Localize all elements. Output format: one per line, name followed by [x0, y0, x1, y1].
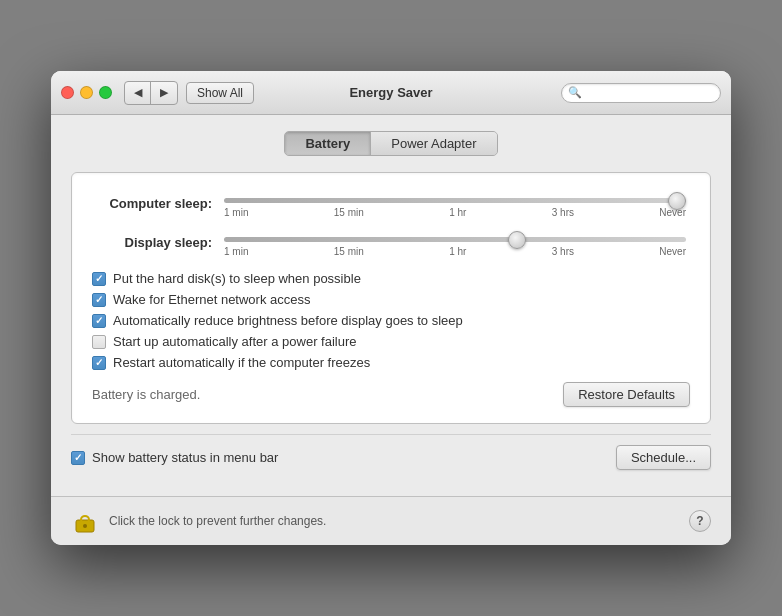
schedule-button[interactable]: Schedule... — [616, 445, 711, 470]
main-content: Battery Power Adapter Computer sleep: 1 … — [51, 115, 731, 496]
checkbox-wake-ethernet[interactable] — [92, 293, 106, 307]
search-icon: 🔍 — [568, 86, 582, 99]
traffic-lights — [61, 86, 112, 99]
tab-power-adapter[interactable]: Power Adapter — [371, 132, 496, 155]
computer-sleep-label: Computer sleep: — [92, 196, 212, 211]
checkbox-startup-power[interactable] — [92, 335, 106, 349]
forward-button[interactable]: ▶ — [151, 82, 177, 104]
label-auto-brightness: Automatically reduce brightness before d… — [113, 313, 463, 328]
checkbox-row-auto-brightness: Automatically reduce brightness before d… — [92, 313, 690, 328]
nav-buttons: ◀ ▶ — [124, 81, 178, 105]
show-all-button[interactable]: Show All — [186, 82, 254, 104]
tab-group: Battery Power Adapter — [284, 131, 497, 156]
checkbox-row-restart-freeze: Restart automatically if the computer fr… — [92, 355, 690, 370]
label-startup-power: Start up automatically after a power fai… — [113, 334, 357, 349]
mark2-never: Never — [659, 246, 686, 257]
window: ◀ ▶ Show All Energy Saver 🔍 Battery Powe… — [51, 71, 731, 545]
checkboxes-section: Put the hard disk(s) to sleep when possi… — [92, 271, 690, 370]
label-wake-ethernet: Wake for Ethernet network access — [113, 292, 311, 307]
mark-1min: 1 min — [224, 207, 248, 218]
search-box: 🔍 — [561, 83, 721, 103]
mark-never: Never — [659, 207, 686, 218]
checkbox-auto-brightness[interactable] — [92, 314, 106, 328]
computer-sleep-slider-wrapper: 1 min 15 min 1 hr 3 hrs Never — [224, 189, 690, 218]
window-title: Energy Saver — [349, 85, 432, 100]
search-input[interactable] — [585, 86, 715, 100]
footer-bar: Click the lock to prevent further change… — [51, 496, 731, 545]
checkbox-restart-freeze[interactable] — [92, 356, 106, 370]
checkbox-row-startup-power: Start up automatically after a power fai… — [92, 334, 690, 349]
show-battery-label: Show battery status in menu bar — [92, 450, 278, 465]
mark-3hrs: 3 hrs — [552, 207, 574, 218]
mark2-1min: 1 min — [224, 246, 248, 257]
lock-text: Click the lock to prevent further change… — [109, 514, 326, 528]
back-button[interactable]: ◀ — [125, 82, 151, 104]
tabs-section: Battery Power Adapter — [71, 131, 711, 156]
help-button[interactable]: ? — [689, 510, 711, 532]
show-battery-row: Show battery status in menu bar Schedule… — [71, 434, 711, 480]
label-restart-freeze: Restart automatically if the computer fr… — [113, 355, 370, 370]
checkbox-row-hd-sleep: Put the hard disk(s) to sleep when possi… — [92, 271, 690, 286]
mark-15min: 15 min — [334, 207, 364, 218]
display-sleep-label: Display sleep: — [92, 235, 212, 250]
tab-battery[interactable]: Battery — [285, 132, 371, 155]
mark2-3hrs: 3 hrs — [552, 246, 574, 257]
checkbox-show-battery[interactable] — [71, 451, 85, 465]
label-hd-sleep: Put the hard disk(s) to sleep when possi… — [113, 271, 361, 286]
show-battery-left: Show battery status in menu bar — [71, 450, 278, 465]
bottom-bar: Battery is charged. Restore Defaults — [92, 382, 690, 407]
mark2-1hr: 1 hr — [449, 246, 466, 257]
checkbox-row-wake-ethernet: Wake for Ethernet network access — [92, 292, 690, 307]
svg-point-2 — [83, 524, 87, 528]
computer-sleep-slider[interactable] — [224, 198, 686, 203]
checkbox-hd-sleep[interactable] — [92, 272, 106, 286]
maximize-button[interactable] — [99, 86, 112, 99]
titlebar: ◀ ▶ Show All Energy Saver 🔍 — [51, 71, 731, 115]
mark2-15min: 15 min — [334, 246, 364, 257]
lock-icon[interactable] — [71, 507, 99, 535]
minimize-button[interactable] — [80, 86, 93, 99]
mark-1hr: 1 hr — [449, 207, 466, 218]
display-sleep-slider[interactable] — [224, 237, 686, 242]
close-button[interactable] — [61, 86, 74, 99]
restore-defaults-button[interactable]: Restore Defaults — [563, 382, 690, 407]
computer-sleep-row: Computer sleep: 1 min 15 min 1 hr 3 hrs … — [92, 189, 690, 218]
battery-status: Battery is charged. — [92, 387, 200, 402]
display-sleep-row: Display sleep: 1 min 15 min 1 hr 3 hrs N… — [92, 228, 690, 257]
inner-panel: Computer sleep: 1 min 15 min 1 hr 3 hrs … — [71, 172, 711, 424]
display-sleep-slider-wrapper: 1 min 15 min 1 hr 3 hrs Never — [224, 228, 690, 257]
